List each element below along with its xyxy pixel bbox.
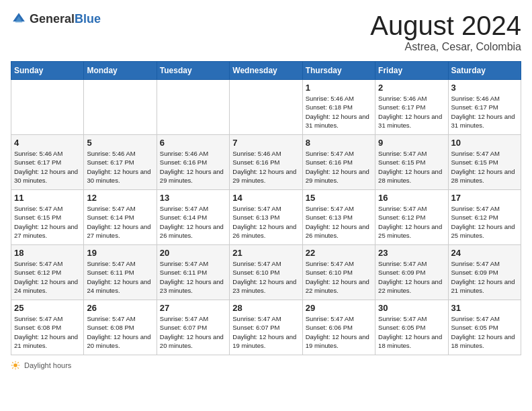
logo-icon [11,11,27,27]
calendar-cell: 14Sunrise: 5:47 AM Sunset: 6:13 PM Dayli… [230,190,302,245]
weekday-header-sunday: Sunday [11,62,84,80]
calendar-cell: 11Sunrise: 5:47 AM Sunset: 6:15 PM Dayli… [11,190,84,245]
svg-line-10 [12,367,13,369]
weekday-header-wednesday: Wednesday [230,62,302,80]
day-info: Sunrise: 5:47 AM Sunset: 6:11 PM Dayligh… [160,259,226,295]
day-number: 30 [378,303,445,313]
svg-line-7 [12,362,13,363]
header: GeneralBlue August 2024 Astrea, Cesar, C… [11,11,521,53]
day-number: 6 [160,138,226,148]
day-number: 1 [306,83,372,93]
weekday-header-row: SundayMondayTuesdayWednesdayThursdayFrid… [11,62,521,80]
svg-point-2 [13,363,17,367]
calendar-cell: 5Sunrise: 5:46 AM Sunset: 6:17 PM Daylig… [84,135,157,190]
calendar-cell [11,80,84,135]
day-info: Sunrise: 5:47 AM Sunset: 6:05 PM Dayligh… [378,314,445,350]
day-info: Sunrise: 5:47 AM Sunset: 6:08 PM Dayligh… [87,314,153,350]
day-info: Sunrise: 5:46 AM Sunset: 6:17 PM Dayligh… [378,94,445,130]
calendar-cell: 6Sunrise: 5:46 AM Sunset: 6:16 PM Daylig… [157,135,229,190]
calendar-cell: 24Sunrise: 5:47 AM Sunset: 6:09 PM Dayli… [448,245,521,300]
calendar-cell: 28Sunrise: 5:47 AM Sunset: 6:07 PM Dayli… [230,300,302,355]
calendar-cell: 26Sunrise: 5:47 AM Sunset: 6:08 PM Dayli… [84,300,157,355]
day-number: 3 [451,83,518,93]
day-info: Sunrise: 5:46 AM Sunset: 6:16 PM Dayligh… [160,149,226,185]
day-number: 23 [378,248,445,258]
day-number: 27 [160,303,226,313]
calendar-cell: 25Sunrise: 5:47 AM Sunset: 6:08 PM Dayli… [11,300,84,355]
day-number: 29 [306,303,372,313]
day-number: 28 [232,303,299,313]
day-info: Sunrise: 5:47 AM Sunset: 6:15 PM Dayligh… [378,149,445,185]
day-number: 2 [378,83,445,93]
calendar-cell: 27Sunrise: 5:47 AM Sunset: 6:07 PM Dayli… [157,300,229,355]
day-info: Sunrise: 5:47 AM Sunset: 6:15 PM Dayligh… [14,204,81,240]
daylight-label: Daylight hours [24,361,71,369]
title-area: August 2024 Astrea, Cesar, Colombia [370,11,521,53]
day-info: Sunrise: 5:47 AM Sunset: 6:13 PM Dayligh… [232,204,299,240]
day-number: 16 [378,193,445,203]
calendar-cell: 8Sunrise: 5:47 AM Sunset: 6:16 PM Daylig… [302,135,375,190]
day-number: 17 [451,193,518,203]
logo: GeneralBlue [11,11,101,27]
calendar-cell: 17Sunrise: 5:47 AM Sunset: 6:12 PM Dayli… [448,190,521,245]
calendar-cell: 12Sunrise: 5:47 AM Sunset: 6:14 PM Dayli… [84,190,157,245]
svg-line-9 [17,362,19,363]
day-number: 15 [306,193,372,203]
day-info: Sunrise: 5:47 AM Sunset: 6:05 PM Dayligh… [451,314,518,350]
calendar-cell: 1Sunrise: 5:46 AM Sunset: 6:18 PM Daylig… [302,80,375,135]
day-number: 10 [451,138,518,148]
day-number: 13 [160,193,226,203]
day-number: 22 [306,248,372,258]
day-number: 20 [160,248,226,258]
day-info: Sunrise: 5:47 AM Sunset: 6:07 PM Dayligh… [160,314,226,350]
calendar-cell [157,80,229,135]
weekday-header-monday: Monday [84,62,157,80]
day-number: 11 [14,193,81,203]
day-number: 14 [232,193,299,203]
calendar-cell [84,80,157,135]
calendar-cell: 18Sunrise: 5:47 AM Sunset: 6:12 PM Dayli… [11,245,84,300]
calendar-week-row: 25Sunrise: 5:47 AM Sunset: 6:08 PM Dayli… [11,300,521,355]
day-info: Sunrise: 5:47 AM Sunset: 6:16 PM Dayligh… [306,149,372,185]
day-info: Sunrise: 5:47 AM Sunset: 6:06 PM Dayligh… [306,314,372,350]
day-info: Sunrise: 5:47 AM Sunset: 6:10 PM Dayligh… [232,259,299,295]
day-number: 26 [87,303,153,313]
day-number: 31 [451,303,518,313]
weekday-header-tuesday: Tuesday [157,62,229,80]
day-info: Sunrise: 5:47 AM Sunset: 6:12 PM Dayligh… [14,259,81,295]
day-info: Sunrise: 5:46 AM Sunset: 6:16 PM Dayligh… [232,149,299,185]
weekday-header-saturday: Saturday [448,62,521,80]
day-number: 25 [14,303,81,313]
day-info: Sunrise: 5:47 AM Sunset: 6:08 PM Dayligh… [14,314,81,350]
day-info: Sunrise: 5:46 AM Sunset: 6:17 PM Dayligh… [451,94,518,130]
calendar-cell: 31Sunrise: 5:47 AM Sunset: 6:05 PM Dayli… [448,300,521,355]
day-number: 24 [451,248,518,258]
day-info: Sunrise: 5:47 AM Sunset: 6:11 PM Dayligh… [87,259,153,295]
day-info: Sunrise: 5:46 AM Sunset: 6:18 PM Dayligh… [306,94,372,130]
calendar-cell: 30Sunrise: 5:47 AM Sunset: 6:05 PM Dayli… [375,300,448,355]
day-info: Sunrise: 5:47 AM Sunset: 6:14 PM Dayligh… [160,204,226,240]
day-info: Sunrise: 5:47 AM Sunset: 6:12 PM Dayligh… [451,204,518,240]
day-info: Sunrise: 5:47 AM Sunset: 6:13 PM Dayligh… [306,204,372,240]
calendar-cell: 22Sunrise: 5:47 AM Sunset: 6:10 PM Dayli… [302,245,375,300]
calendar-cell: 21Sunrise: 5:47 AM Sunset: 6:10 PM Dayli… [230,245,302,300]
calendar-cell: 29Sunrise: 5:47 AM Sunset: 6:06 PM Dayli… [302,300,375,355]
calendar-week-row: 4Sunrise: 5:46 AM Sunset: 6:17 PM Daylig… [11,135,521,190]
day-number: 18 [14,248,81,258]
day-info: Sunrise: 5:47 AM Sunset: 6:07 PM Dayligh… [232,314,299,350]
calendar-week-row: 11Sunrise: 5:47 AM Sunset: 6:15 PM Dayli… [11,190,521,245]
calendar-table: SundayMondayTuesdayWednesdayThursdayFrid… [11,61,521,355]
day-info: Sunrise: 5:46 AM Sunset: 6:17 PM Dayligh… [14,149,81,185]
calendar-cell: 7Sunrise: 5:46 AM Sunset: 6:16 PM Daylig… [230,135,302,190]
sun-icon [11,361,20,370]
day-number: 4 [14,138,81,148]
day-info: Sunrise: 5:46 AM Sunset: 6:17 PM Dayligh… [87,149,153,185]
day-info: Sunrise: 5:47 AM Sunset: 6:15 PM Dayligh… [451,149,518,185]
calendar-title: August 2024 [370,11,521,41]
calendar-subtitle: Astrea, Cesar, Colombia [370,41,521,53]
day-info: Sunrise: 5:47 AM Sunset: 6:14 PM Dayligh… [87,204,153,240]
calendar-cell: 13Sunrise: 5:47 AM Sunset: 6:14 PM Dayli… [157,190,229,245]
calendar-cell: 10Sunrise: 5:47 AM Sunset: 6:15 PM Dayli… [448,135,521,190]
calendar-cell: 15Sunrise: 5:47 AM Sunset: 6:13 PM Dayli… [302,190,375,245]
calendar-cell: 4Sunrise: 5:46 AM Sunset: 6:17 PM Daylig… [11,135,84,190]
